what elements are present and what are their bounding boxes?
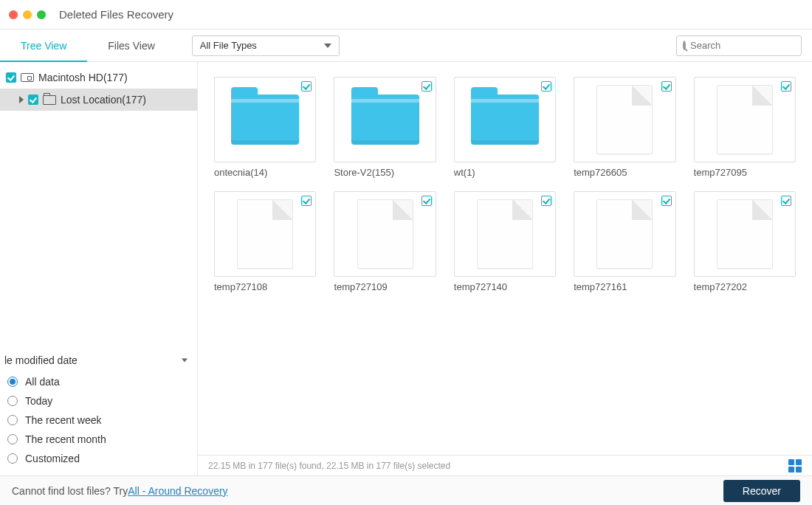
all-around-recovery-link[interactable]: All - Around Recovery [128, 485, 227, 497]
folder-icon [471, 95, 539, 145]
view-tabs: Tree View Files View [0, 30, 176, 61]
file-icon [237, 199, 293, 269]
date-filter-header[interactable]: le modified date [4, 353, 190, 372]
result-item-name: temp727108 [214, 281, 316, 292]
checkbox-icon[interactable] [781, 196, 791, 206]
result-item-name: temp727095 [694, 167, 796, 178]
titlebar: Deleted Files Recovery [0, 0, 812, 30]
recover-button[interactable]: Recover [723, 480, 800, 502]
checkbox-icon[interactable] [781, 81, 791, 92]
checkbox-icon[interactable] [301, 196, 312, 206]
result-item-name: temp727109 [334, 281, 436, 292]
file-icon [717, 85, 773, 154]
result-item[interactable]: temp727095 [694, 77, 796, 178]
radio-icon [7, 453, 18, 464]
result-thumbnail [214, 191, 316, 277]
date-filter-option[interactable]: All data [4, 372, 190, 391]
tab-files-view[interactable]: Files View [87, 30, 176, 61]
search-input[interactable] [690, 40, 812, 51]
result-item-name: temp727161 [574, 281, 675, 292]
checkbox-icon[interactable] [422, 81, 432, 92]
radio-icon [7, 434, 18, 444]
result-item[interactable]: wt(1) [454, 77, 556, 178]
folder-icon [351, 95, 419, 145]
result-item[interactable]: Store-V2(155) [334, 77, 436, 178]
result-item-name: temp727202 [694, 281, 796, 292]
radio-icon [7, 415, 18, 425]
result-thumbnail [334, 191, 436, 277]
tree-node-label: Macintosh HD(177) [38, 72, 128, 83]
folder-icon [231, 95, 299, 145]
date-filter-panel: le modified date All dataTodayThe recent… [0, 347, 197, 475]
checkbox-icon[interactable] [422, 196, 432, 206]
results-grid: ontecnia(14)Store-V2(155)wt(1)temp726605… [198, 62, 812, 455]
file-icon [596, 199, 653, 269]
radio-icon [7, 377, 18, 387]
date-filter-option[interactable]: The recent month [4, 430, 190, 449]
result-item[interactable]: ontecnia(14) [214, 77, 316, 178]
result-item-name: wt(1) [454, 167, 556, 178]
result-item[interactable]: temp727140 [454, 191, 556, 292]
date-filter-label: Customized [25, 453, 80, 464]
file-icon [717, 199, 773, 269]
radio-icon [7, 396, 18, 406]
result-item-name: Store-V2(155) [334, 167, 436, 178]
checkbox-icon[interactable] [541, 81, 551, 92]
window-controls [9, 10, 46, 19]
date-filter-option[interactable]: Customized [4, 449, 190, 468]
result-thumbnail [214, 77, 316, 162]
chevron-down-icon [324, 44, 331, 48]
toolbar: Tree View Files View All File Types [0, 30, 812, 62]
result-thumbnail [694, 191, 796, 277]
close-window-button[interactable] [9, 10, 18, 19]
search-icon [683, 41, 686, 50]
date-filter-option[interactable]: The recent week [4, 410, 190, 430]
grid-view-toggle[interactable] [788, 459, 802, 473]
footer-prompt: Cannot find lost files? Try [12, 485, 128, 497]
search-field[interactable] [676, 35, 802, 56]
date-filter-option[interactable]: Today [4, 391, 190, 410]
date-filter-label: The recent week [25, 414, 102, 426]
window-title: Deleted Files Recovery [59, 8, 173, 21]
tree-root-node[interactable]: Macintosh HD(177) [0, 66, 197, 89]
result-item-name: ontecnia(14) [214, 167, 316, 178]
tree-child-node[interactable]: Lost Location(177) [0, 89, 197, 111]
maximize-window-button[interactable] [37, 10, 46, 19]
checkbox-icon[interactable] [301, 81, 312, 92]
result-item-name: temp727140 [454, 281, 556, 292]
filter-header-label: le modified date [4, 354, 78, 366]
result-item[interactable]: temp727202 [694, 191, 796, 292]
filetype-selected-label: All File Types [200, 40, 257, 51]
minimize-window-button[interactable] [23, 10, 32, 19]
checkbox-icon[interactable] [28, 95, 38, 105]
expand-icon[interactable] [19, 96, 24, 103]
tree-node-label: Lost Location(177) [61, 94, 146, 106]
result-thumbnail [454, 77, 556, 162]
file-icon [477, 199, 533, 269]
result-thumbnail [334, 77, 436, 162]
checkbox-icon[interactable] [6, 72, 16, 83]
result-thumbnail [694, 77, 796, 162]
tab-tree-view[interactable]: Tree View [0, 30, 87, 61]
result-item[interactable]: temp727109 [334, 191, 436, 292]
footer: Cannot find lost files? Try All - Around… [0, 475, 812, 505]
result-item[interactable]: temp727161 [574, 191, 675, 292]
checkbox-icon[interactable] [661, 196, 672, 206]
chevron-down-icon [182, 359, 187, 363]
filetype-dropdown[interactable]: All File Types [192, 35, 340, 56]
status-text: 22.15 MB in 177 file(s) found, 22.15 MB … [208, 461, 450, 471]
tab-label: Tree View [21, 40, 66, 52]
result-item[interactable]: temp726605 [574, 77, 675, 178]
result-thumbnail [454, 191, 556, 277]
result-thumbnail [574, 191, 675, 277]
date-filter-label: Today [25, 395, 52, 407]
checkbox-icon[interactable] [541, 196, 551, 206]
content-area: ontecnia(14)Store-V2(155)wt(1)temp726605… [198, 62, 812, 475]
file-icon [596, 85, 653, 154]
result-item[interactable]: temp727108 [214, 191, 316, 292]
checkbox-icon[interactable] [661, 81, 672, 92]
folder-icon [43, 95, 56, 105]
date-filter-label: The recent month [25, 433, 106, 445]
folder-tree: Macintosh HD(177) Lost Location(177) [0, 62, 197, 111]
result-item-name: temp726605 [574, 167, 675, 178]
